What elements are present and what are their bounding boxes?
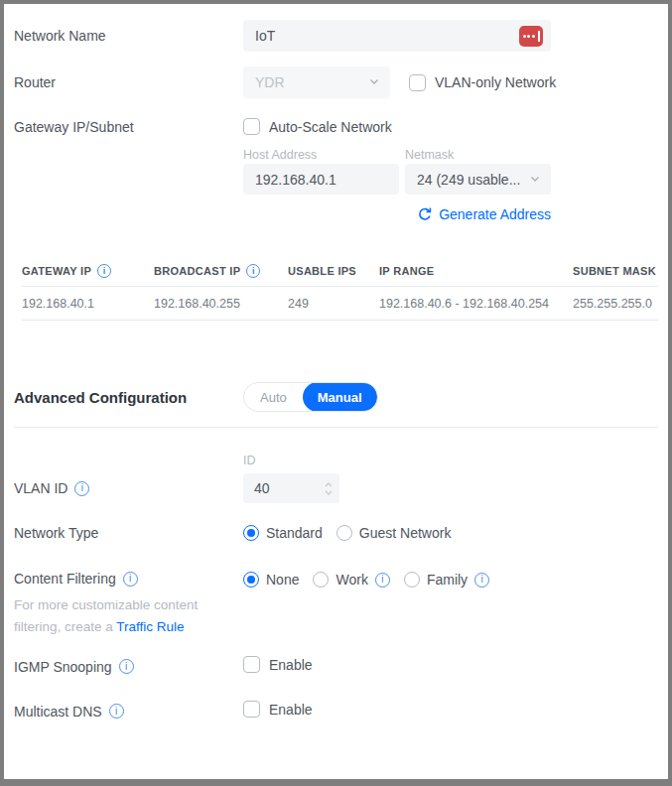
network-settings-page: Network Name IoT Router YDR — [0, 0, 672, 786]
traffic-rule-link[interactable]: Traffic Rule — [116, 619, 184, 634]
chevron-down-icon — [529, 172, 541, 188]
column-header-subnet-mask: SUBNET MASK — [573, 265, 658, 277]
network-name-row: Network Name IoT — [14, 20, 658, 52]
section-divider — [14, 427, 658, 428]
multicast-dns-enable-checkbox[interactable]: Enable — [243, 701, 313, 718]
subnet-table-header: GATEWAY IP i BROADCAST IP i USABLE IPS I… — [22, 256, 658, 286]
radio-filtering-none[interactable]: None — [243, 572, 299, 588]
multicast-dns-label-group: Multicast DNS i — [14, 704, 243, 720]
toggle-option-auto[interactable]: Auto — [244, 382, 303, 412]
igmp-snooping-label-group: IGMP Snooping i — [14, 659, 243, 675]
info-icon[interactable]: i — [119, 659, 134, 674]
info-icon[interactable]: i — [123, 572, 138, 587]
cell-subnet-mask: 255.255.255.0 — [573, 297, 658, 311]
radio-button — [336, 525, 352, 541]
router-row: Router YDR VLAN-only Network — [14, 66, 658, 98]
vlan-id-label-group: VLAN ID i — [14, 454, 243, 496]
network-name-label: Network Name — [14, 28, 243, 44]
auto-scale-network-checkbox[interactable]: Auto-Scale Network — [243, 118, 392, 135]
netmask-field-label: Netmask — [405, 148, 454, 162]
radio-standard[interactable]: Standard — [243, 525, 323, 541]
network-name-value: IoT — [255, 28, 519, 44]
advanced-configuration-heading: Advanced Configuration — [14, 389, 243, 406]
content-filtering-label-group: Content Filtering i For more customizabl… — [14, 571, 243, 638]
router-select[interactable]: YDR — [243, 66, 390, 98]
info-icon[interactable]: i — [74, 481, 89, 496]
auto-scale-network-label: Auto-Scale Network — [269, 119, 392, 135]
generate-address-action[interactable]: Generate Address — [243, 206, 551, 222]
cell-broadcast-ip: 192.168.40.255 — [154, 297, 288, 311]
checkbox-box — [409, 74, 426, 91]
advanced-mode-toggle: Auto Manual — [243, 382, 378, 412]
vlan-only-network-checkbox[interactable]: VLAN-only Network — [409, 74, 556, 91]
info-icon[interactable]: i — [109, 704, 124, 719]
host-address-input[interactable]: 192.168.40.1 — [243, 164, 399, 195]
checkbox-box — [243, 118, 260, 135]
multicast-dns-label: Multicast DNS — [14, 704, 102, 720]
cell-ip-range: 192.168.40.6 - 192.168.40.254 — [379, 297, 573, 311]
cell-gateway-ip: 192.168.40.1 — [22, 297, 154, 311]
info-icon[interactable]: i — [474, 573, 489, 588]
gateway-row: Gateway IP/Subnet Auto-Scale Network Hos… — [14, 118, 658, 222]
radio-button — [404, 572, 420, 588]
number-spinner[interactable] — [324, 481, 334, 496]
router-select-value: YDR — [255, 74, 368, 90]
vlan-id-label: VLAN ID — [14, 480, 67, 496]
radio-filtering-work[interactable]: Work i — [313, 572, 389, 588]
password-manager-autofill-icon[interactable] — [519, 26, 543, 47]
content-filtering-row: Content Filtering i For more customizabl… — [14, 571, 658, 638]
vlan-only-network-label: VLAN-only Network — [435, 74, 556, 90]
vlan-id-row: VLAN ID i ID 40 — [14, 454, 658, 503]
gateway-label: Gateway IP/Subnet — [14, 118, 243, 135]
network-name-input[interactable]: IoT — [243, 20, 551, 52]
column-header-ip-range: IP RANGE — [379, 265, 573, 277]
igmp-snooping-enable-checkbox[interactable]: Enable — [243, 656, 313, 673]
network-type-row: Network Type Standard Guest Network — [14, 525, 658, 541]
cell-usable-ips: 249 — [288, 297, 379, 311]
subnet-table: GATEWAY IP i BROADCAST IP i USABLE IPS I… — [14, 256, 658, 321]
content-filtering-label: Content Filtering — [14, 571, 116, 587]
host-address-value: 192.168.40.1 — [255, 172, 391, 188]
multicast-dns-row: Multicast DNS i Enable — [14, 701, 658, 721]
refresh-icon — [417, 206, 433, 222]
table-row: 192.168.40.1 192.168.40.255 249 192.168.… — [22, 286, 658, 321]
radio-button — [313, 572, 329, 588]
vlan-id-field-label: ID — [243, 454, 658, 467]
radio-button — [243, 525, 259, 541]
column-header-usable-ips: USABLE IPS — [288, 265, 379, 277]
toggle-option-manual[interactable]: Manual — [303, 382, 377, 412]
chevron-down-icon — [368, 74, 380, 90]
column-header-gateway-ip: GATEWAY IP i — [22, 264, 154, 278]
netmask-select-value: 24 (249 usable... — [417, 172, 529, 188]
radio-filtering-family[interactable]: Family i — [404, 572, 489, 588]
info-icon[interactable]: i — [375, 573, 390, 588]
content-filtering-note: For more customizable content filtering,… — [14, 594, 222, 638]
info-icon[interactable]: i — [246, 264, 260, 278]
info-icon[interactable]: i — [97, 264, 111, 278]
host-address-field-label: Host Address — [243, 148, 405, 162]
advanced-configuration-row: Advanced Configuration Auto Manual — [14, 382, 658, 412]
checkbox-box — [243, 701, 260, 718]
vlan-id-input[interactable]: 40 — [243, 473, 339, 503]
checkbox-box — [243, 656, 260, 673]
igmp-snooping-label: IGMP Snooping — [14, 659, 112, 675]
router-label: Router — [14, 74, 243, 90]
radio-guest-network[interactable]: Guest Network — [336, 525, 452, 541]
igmp-snooping-row: IGMP Snooping i Enable — [14, 656, 658, 677]
radio-button — [243, 572, 259, 588]
generate-address-link: Generate Address — [439, 206, 551, 222]
netmask-select[interactable]: 24 (249 usable... — [405, 164, 551, 195]
column-header-broadcast-ip: BROADCAST IP i — [154, 264, 288, 278]
vlan-id-value: 40 — [254, 480, 324, 496]
network-type-label: Network Type — [14, 525, 243, 541]
